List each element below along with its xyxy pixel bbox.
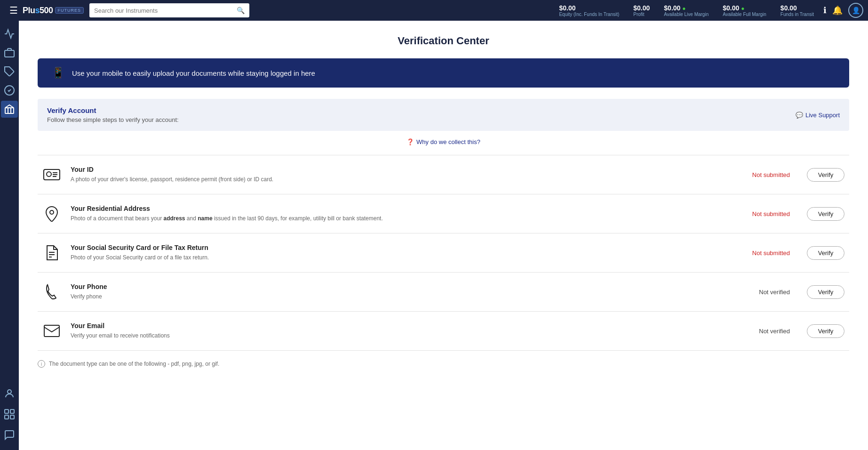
stat-full-margin-label: Available Full Margin [723, 12, 766, 17]
sidebar-item-orders[interactable] [1, 63, 18, 80]
live-support-button[interactable]: 💬 Live Support [796, 112, 840, 119]
id-card-icon [42, 168, 61, 181]
verify-address-button[interactable]: Verify [807, 207, 844, 221]
footer-note: i The document type can be one of the fo… [38, 360, 849, 368]
svg-rect-2 [5, 108, 14, 113]
svg-rect-9 [10, 415, 14, 419]
why-collect-section: ❓ Why do we collect this? [38, 138, 849, 145]
verif-phone-status: Not verified [738, 289, 790, 296]
avatar[interactable]: 👤 [848, 3, 863, 18]
sidebar-item-portfolio[interactable] [1, 44, 18, 61]
mobile-banner: 📱 Use your mobile to easily upload your … [38, 58, 849, 88]
footer-note-text: The document type can be one of the foll… [49, 361, 219, 367]
search-input[interactable] [94, 7, 237, 14]
main-content: Verification Center 📱 Use your mobile to… [19, 21, 868, 450]
stat-live-margin-label: Available Live Margin [664, 12, 709, 17]
verif-id-title: Your ID [71, 166, 729, 173]
verif-id-desc: A photo of your driver's license, passpo… [71, 175, 729, 184]
verif-email-title: Your Email [71, 322, 729, 329]
svg-point-11 [47, 172, 51, 177]
logo-text: Plus500 [23, 6, 53, 16]
stat-funds-amount: $0.00 [780, 4, 797, 12]
document-icon [42, 245, 61, 261]
top-navigation: ☰ Plus500 FUTURES 🔍 $0.00 Equity (Inc. F… [0, 0, 868, 21]
svg-rect-8 [5, 415, 8, 419]
verify-account-subtitle: Follow these simple steps to verify your… [47, 116, 179, 123]
why-collect-button[interactable]: ❓ Why do we collect this? [406, 138, 480, 145]
verification-item-email: Your Email Verify your email to receive … [38, 312, 849, 351]
svg-rect-19 [44, 325, 59, 337]
verification-item-address: Your Residential Address Photo of a docu… [38, 194, 849, 233]
verif-id-info: Your ID A photo of your driver's license… [71, 166, 729, 184]
live-support-icon: 💬 [796, 112, 803, 119]
sidebar-item-chart[interactable] [1, 25, 18, 42]
notifications-icon[interactable]: 🔔 [832, 5, 843, 16]
page-title: Verification Center [38, 35, 849, 47]
stat-full-margin-amount: $0.00 ● [723, 4, 744, 12]
verif-email-info: Your Email Verify your email to receive … [71, 322, 729, 340]
verification-list: Your ID A photo of your driver's license… [38, 155, 849, 351]
mobile-icon: 📱 [52, 67, 64, 79]
sidebar-item-funds[interactable] [1, 101, 18, 118]
verif-ssn-status: Not submitted [738, 249, 790, 257]
stat-funds-label: Funds in Transit [780, 12, 814, 17]
verif-email-status: Not verified [738, 328, 790, 335]
stat-full-margin: $0.00 ● Available Full Margin [723, 4, 766, 17]
verif-email-desc: Verify your email to receive notificatio… [71, 331, 729, 340]
verif-ssn-title: Your Social Security Card or File Tax Re… [71, 244, 729, 251]
stat-equity-amount: $0.00 [559, 4, 575, 12]
stat-profit-label: Profit [633, 12, 644, 17]
verif-address-status: Not submitted [738, 210, 790, 217]
logo-area: Plus500 FUTURES [23, 6, 84, 16]
stat-live-margin-amount: $0.00 ● [664, 4, 685, 12]
verif-phone-desc: Verify phone [71, 292, 729, 301]
search-area[interactable]: 🔍 [89, 3, 249, 17]
verification-item-phone: Your Phone Verify phone Not verified Ver… [38, 273, 849, 312]
verif-phone-title: Your Phone [71, 283, 729, 290]
hamburger-button[interactable]: ☰ [5, 5, 23, 16]
location-icon [42, 206, 61, 222]
verify-section-left: Verify Account Follow these simple steps… [47, 106, 179, 123]
verif-address-info: Your Residential Address Photo of a docu… [71, 205, 729, 223]
verify-account-title: Verify Account [47, 106, 179, 114]
stat-profit: $0.00 Profit [633, 4, 650, 17]
verification-item-ssn: Your Social Security Card or File Tax Re… [38, 233, 849, 273]
sidebar-item-chat[interactable] [1, 426, 18, 443]
futures-badge: FUTURES [55, 7, 84, 14]
phone-icon [42, 284, 61, 300]
svg-rect-0 [5, 50, 14, 57]
stat-live-margin: $0.00 ● Available Live Margin [664, 4, 709, 17]
verify-id-button[interactable]: Verify [807, 168, 844, 182]
verif-ssn-desc: Photo of your Social Security card or of… [71, 253, 729, 262]
sidebar-bottom [1, 385, 18, 445]
sidebar-item-verify[interactable] [1, 82, 18, 99]
help-icon[interactable]: ℹ [823, 5, 827, 16]
info-icon: i [38, 360, 45, 368]
verify-phone-button[interactable]: Verify [807, 285, 844, 299]
sidebar-item-account[interactable] [1, 385, 18, 402]
verif-phone-info: Your Phone Verify phone [71, 283, 729, 301]
stat-funds-transit: $0.00 Funds in Transit [780, 4, 814, 17]
email-icon [42, 325, 61, 337]
verif-id-status: Not submitted [738, 171, 790, 178]
verify-ssn-button[interactable]: Verify [807, 246, 844, 260]
verif-address-title: Your Residential Address [71, 205, 729, 212]
svg-point-5 [8, 390, 11, 394]
verif-ssn-info: Your Social Security Card or File Tax Re… [71, 244, 729, 262]
sidebar-item-more[interactable] [1, 406, 18, 423]
verification-item-id: Your ID A photo of your driver's license… [38, 155, 849, 194]
why-collect-icon: ❓ [406, 138, 414, 145]
svg-rect-7 [10, 410, 14, 413]
nav-icons: ℹ 🔔 👤 [823, 3, 863, 18]
verif-address-desc: Photo of a document that bears your addr… [71, 214, 729, 223]
verify-email-button[interactable]: Verify [807, 324, 844, 338]
search-icon[interactable]: 🔍 [237, 7, 245, 14]
svg-point-15 [50, 210, 54, 214]
stat-equity: $0.00 Equity (Inc. Funds In Transit) [559, 4, 619, 17]
nav-stats: $0.00 Equity (Inc. Funds In Transit) $0.… [559, 4, 814, 17]
mobile-banner-text: Use your mobile to easily upload your do… [72, 69, 315, 77]
stat-equity-label: Equity (Inc. Funds In Transit) [559, 12, 619, 17]
verify-account-section: Verify Account Follow these simple steps… [38, 99, 849, 131]
stat-profit-amount: $0.00 [633, 4, 650, 12]
svg-rect-6 [5, 410, 8, 413]
